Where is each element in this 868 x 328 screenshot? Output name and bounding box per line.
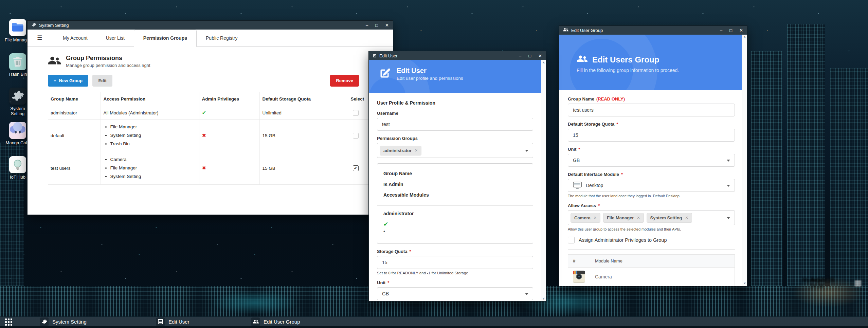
vertical-scrollbar[interactable]: ∧ ∨ (541, 60, 546, 301)
remove-tag-icon[interactable]: ✕ (637, 216, 640, 220)
group-name-cell: administrator (48, 106, 101, 120)
access-tag-file-manager[interactable]: File Manager✕ (603, 213, 644, 223)
group-row: default File ManagerSystem SettingTrash … (48, 120, 373, 152)
column-header: Default Storage Quota (259, 92, 348, 106)
required-marker: * (387, 280, 389, 285)
trash-icon (9, 53, 26, 70)
tab-my-account[interactable]: My Account (54, 30, 96, 47)
edit-user-hero: Edit User Edit user profile and permissi… (369, 60, 546, 93)
allow-access-multiselect[interactable]: Camera✕File Manager✕System Setting✕ (568, 210, 735, 225)
close-button[interactable]: ✕ (739, 28, 743, 33)
group-name-input[interactable]: test users (568, 104, 735, 116)
remove-tag-icon[interactable]: ✕ (415, 148, 418, 153)
username-input[interactable]: test (377, 118, 533, 131)
tag-label: File Manager (607, 215, 634, 220)
close-button[interactable]: ✕ (538, 54, 542, 58)
taskbar-item-edit-user[interactable]: Edit User (156, 317, 189, 326)
app-launcher-icon[interactable] (5, 318, 12, 326)
scroll-up-icon[interactable]: ∧ (744, 36, 746, 39)
group-row: administrator All Modules (Administrator… (48, 106, 373, 120)
window-icon (373, 54, 376, 57)
users-icon (563, 28, 568, 33)
section-heading: User Profile & Permission (377, 100, 533, 106)
required-marker: * (598, 203, 600, 208)
module-table: # Module Name Camera (568, 254, 735, 286)
gear-icon (32, 22, 36, 28)
module-name-cell (590, 286, 735, 287)
minimize-button[interactable]: – (519, 54, 521, 58)
minimize-button[interactable]: – (720, 28, 722, 33)
taskbar-item-edit-user-group[interactable]: Edit User Group (251, 317, 300, 326)
taskbar-item-label: System Setting (52, 319, 87, 325)
scroll-down-icon[interactable]: ∨ (744, 282, 746, 285)
camera-module-icon (573, 271, 585, 283)
group-name-cell: default (48, 120, 101, 152)
module-row[interactable] (568, 286, 735, 287)
system-setting-titlebar[interactable]: System Setting – □ ✕ (28, 21, 393, 30)
check-icon: ✔ (202, 110, 206, 115)
edit-user-window: Edit User – □ ✕ Edit User Edit user prof… (368, 51, 546, 302)
row-select-checkbox[interactable] (353, 133, 359, 139)
folder-icon (9, 19, 26, 36)
unit-select[interactable]: GB (568, 154, 735, 167)
system-setting-window: System Setting – □ ✕ ☰ My AccountUser Li… (27, 20, 393, 215)
permission-groups-multiselect[interactable]: administrator✕ (377, 143, 533, 158)
default-interface-module-select[interactable]: Desktop (568, 179, 735, 192)
detail-modules: * (383, 230, 527, 235)
default-storage-quota-input[interactable]: 15 (568, 129, 735, 142)
edit-user-group-titlebar[interactable]: Edit User Group – □ ✕ (559, 26, 747, 35)
sidebar-toggle-icon[interactable]: ☰ (37, 34, 42, 41)
tab-permission-groups[interactable]: Permission Groups (134, 30, 197, 47)
module-name-cell: Camera (590, 268, 735, 286)
access-permission-list: File ManagerSystem SettingTrash Bin (104, 123, 196, 148)
vertical-scrollbar[interactable]: ∧ ∨ (742, 35, 747, 286)
close-button[interactable]: ✕ (385, 23, 389, 28)
permission-tag-administrator[interactable]: administrator✕ (380, 146, 421, 156)
scroll-up-icon[interactable]: ∧ (543, 61, 545, 64)
taskbar-item-label: Edit User (168, 319, 189, 325)
edit-group-button[interactable]: Edit (92, 75, 112, 87)
group-row: test users CameraFile ManagerSystem Sett… (48, 152, 373, 184)
row-select-checkbox[interactable]: ✔ (353, 165, 359, 171)
page-title: Group Permissions (66, 55, 150, 62)
module-row[interactable]: Camera (568, 268, 735, 286)
row-select-checkbox[interactable] (353, 110, 359, 116)
tab-public-registry[interactable]: Public Registry (197, 30, 247, 47)
group-name-cell: test users (48, 152, 101, 184)
section-divider (568, 249, 735, 250)
tab-user-list[interactable]: User List (97, 30, 134, 47)
edit-user-titlebar[interactable]: Edit User – □ ✕ (369, 51, 546, 60)
window-title: Edit User (379, 53, 397, 58)
access-tag-system-setting[interactable]: System Setting✕ (647, 213, 692, 223)
access-tag-camera[interactable]: Camera✕ (571, 213, 600, 223)
hamburger-menu-icon[interactable] (855, 281, 861, 286)
users-icon (563, 28, 568, 32)
required-marker: * (410, 249, 411, 254)
scroll-down-icon[interactable]: ∨ (543, 297, 545, 300)
edit-pencil-icon (379, 67, 391, 79)
remove-tag-icon[interactable]: ✕ (594, 216, 597, 220)
field-label: Unit (568, 147, 576, 152)
remove-group-button[interactable]: Remove (330, 75, 359, 87)
users-icon (253, 320, 259, 324)
remove-tag-icon[interactable]: ✕ (685, 216, 688, 220)
tag-label: Camera (574, 215, 591, 220)
chevron-down-icon (525, 150, 528, 152)
chevron-down-icon (727, 185, 730, 187)
unit-select[interactable]: GB (377, 287, 533, 300)
page-subtitle: Manage group permission and access right (66, 63, 150, 68)
maximize-button[interactable]: □ (375, 23, 378, 28)
maximize-button[interactable]: □ (729, 28, 732, 33)
maximize-button[interactable]: □ (528, 54, 531, 58)
field-label: Storage Quota (377, 249, 408, 254)
field-label: Group Name (568, 96, 594, 102)
taskbar-item-label: Edit User Group (264, 319, 300, 325)
storage-quota-input[interactable]: 15 (377, 256, 533, 269)
admin-privileges-checkbox[interactable] (568, 237, 575, 243)
taskbar-item-system-setting[interactable]: System Setting (40, 317, 87, 326)
chevron-down-icon (727, 160, 730, 162)
new-group-button[interactable]: + New Group (48, 75, 88, 87)
quota-cell: Unlimited (259, 106, 348, 120)
field-label: Default Interface Module (568, 172, 619, 177)
minimize-button[interactable]: – (366, 23, 368, 28)
